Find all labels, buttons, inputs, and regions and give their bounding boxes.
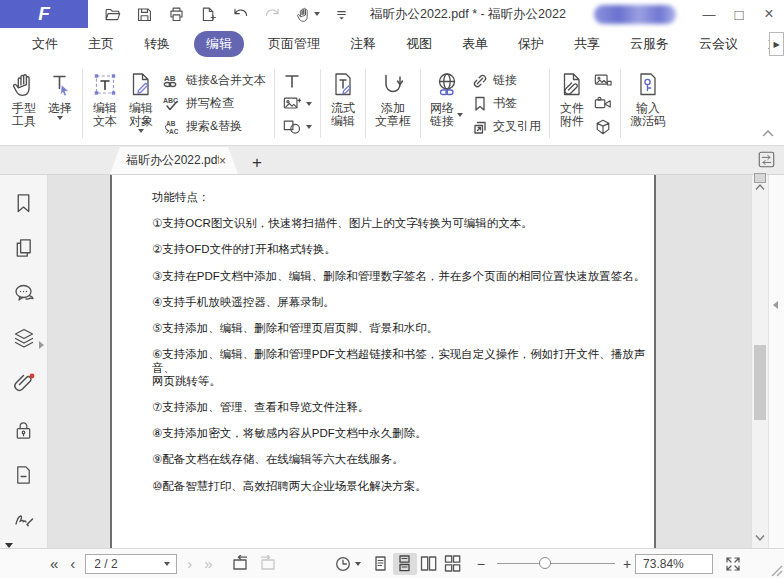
fullscreen-button[interactable] bbox=[725, 556, 741, 572]
title-bar: F 福昕办公2022.pdf * - 福昕办公2022 — □ × bbox=[0, 0, 784, 28]
hand-tool-button[interactable]: 手型 工具 bbox=[6, 67, 42, 140]
open-file-icon[interactable] bbox=[104, 6, 121, 23]
panel-toggle-icon[interactable] bbox=[758, 151, 775, 168]
add-image-object-button[interactable] bbox=[594, 71, 612, 91]
continuous-facing-view-button[interactable] bbox=[441, 553, 465, 575]
document-viewport[interactable]: 功能特点： ①支持OCR图文识别，快速将扫描件、图片上的文字转换为可编辑的文本。… bbox=[48, 175, 751, 548]
next-page-button[interactable]: › bbox=[181, 556, 198, 571]
continuous-view-button[interactable] bbox=[393, 553, 417, 575]
add-3d-button[interactable] bbox=[594, 117, 612, 137]
signatures-panel-icon[interactable] bbox=[13, 509, 35, 531]
zoom-slider-thumb[interactable] bbox=[539, 557, 551, 569]
add-video-button[interactable] bbox=[594, 94, 612, 114]
svg-text:AB: AB bbox=[164, 74, 176, 83]
menu-cloud-service[interactable]: 云服务 bbox=[630, 35, 669, 53]
video-camera-icon bbox=[594, 96, 612, 111]
single-page-view-button[interactable] bbox=[369, 553, 393, 575]
zoom-out-button[interactable]: − bbox=[471, 557, 491, 571]
flow-edit-icon bbox=[330, 69, 356, 99]
menu-home[interactable]: 主页 bbox=[88, 35, 114, 53]
security-panel-icon[interactable] bbox=[13, 419, 34, 441]
undo-icon[interactable] bbox=[232, 6, 249, 23]
window-resize-grip[interactable] bbox=[771, 565, 783, 577]
scroll-up-icon[interactable] bbox=[755, 183, 765, 191]
previous-view-button[interactable] bbox=[231, 555, 250, 572]
new-tab-button[interactable]: + bbox=[252, 154, 262, 171]
bookmarks-panel-icon[interactable] bbox=[13, 192, 34, 214]
document-tab[interactable]: 福昕办公2022.pdf * × bbox=[110, 147, 238, 174]
pdf-page[interactable]: 功能特点： ①支持OCR图文识别，快速将扫描件、图片上的文字转换为可编辑的文本。… bbox=[110, 175, 656, 548]
add-article-box-button[interactable]: 添加 文章框 bbox=[370, 67, 416, 140]
facing-view-button[interactable] bbox=[417, 553, 441, 575]
scrollbar-thumb[interactable] bbox=[754, 345, 766, 420]
menu-share[interactable]: 共享 bbox=[574, 35, 600, 53]
menu-form[interactable]: 表单 bbox=[462, 35, 488, 53]
vertical-scrollbar[interactable] bbox=[751, 175, 768, 548]
menu-comment[interactable]: 注释 bbox=[350, 35, 376, 53]
doc-paragraph: ③支持在PDF文档中添加、编辑、删除和管理数字签名，并在多个页面的相同位置快速放… bbox=[152, 270, 652, 283]
menu-file[interactable]: 文件 bbox=[32, 35, 58, 53]
search-replace-button[interactable]: ABAC 搜索&替换 bbox=[163, 117, 266, 137]
destinations-panel-icon[interactable] bbox=[13, 464, 34, 486]
menu-convert[interactable]: 转换 bbox=[144, 35, 170, 53]
menu-overflow-button[interactable]: ▶ bbox=[769, 32, 784, 56]
page-number-input[interactable]: 2 / 2 bbox=[85, 554, 177, 574]
minimize-button[interactable]: — bbox=[694, 1, 724, 27]
attachments-panel-icon[interactable] bbox=[13, 372, 35, 396]
new-page-icon[interactable] bbox=[200, 6, 217, 23]
menu-protect[interactable]: 保护 bbox=[518, 35, 544, 53]
hand-mode-icon[interactable] bbox=[296, 6, 320, 23]
first-page-button[interactable]: « bbox=[44, 556, 64, 571]
maximize-button[interactable]: □ bbox=[724, 1, 754, 27]
bookmark-button[interactable]: 书签 bbox=[472, 94, 541, 114]
select-tool-button[interactable]: 选择 bbox=[42, 67, 78, 140]
divider bbox=[620, 69, 621, 138]
web-link-button[interactable]: 网络 链接 bbox=[425, 67, 468, 140]
file-attachment-button[interactable]: 文件 附件 bbox=[554, 67, 590, 140]
cross-reference-button[interactable]: 交叉引用 bbox=[472, 117, 541, 137]
customize-toolbar-icon[interactable] bbox=[335, 8, 348, 21]
file-attachment-icon bbox=[559, 69, 585, 99]
add-shapes-button[interactable] bbox=[283, 117, 312, 137]
collapse-ribbon-button[interactable] bbox=[762, 130, 774, 137]
scroll-down-icon[interactable] bbox=[755, 534, 765, 542]
tab-close-icon[interactable]: × bbox=[219, 154, 226, 168]
view-history-button[interactable] bbox=[335, 556, 361, 572]
layers-panel-icon[interactable] bbox=[13, 327, 35, 349]
doc-paragraph: ⑦支持添加、管理、查看和导览文件注释。 bbox=[152, 401, 652, 414]
add-image-icon bbox=[283, 96, 301, 111]
menu-cloud-meeting[interactable]: 云会议 bbox=[699, 35, 738, 53]
expand-right-panel-handle-icon[interactable] bbox=[773, 301, 778, 309]
add-image-button[interactable] bbox=[283, 94, 312, 114]
link-merge-text-button[interactable]: AB 链接&合并文本 bbox=[163, 71, 266, 91]
doc-paragraph: ④支持手机放映遥控器、屏幕录制。 bbox=[152, 296, 652, 309]
next-view-button[interactable] bbox=[258, 555, 277, 572]
edit-object-button[interactable]: 编辑 对象 bbox=[123, 67, 159, 140]
flow-edit-button[interactable]: 流式 编辑 bbox=[325, 67, 361, 140]
prev-page-button[interactable]: ‹ bbox=[64, 556, 81, 571]
comments-panel-icon[interactable] bbox=[13, 282, 35, 304]
print-icon[interactable] bbox=[168, 6, 185, 23]
redo-icon[interactable] bbox=[264, 6, 281, 23]
enter-activation-code-button[interactable]: 输入 激活码 bbox=[625, 67, 671, 140]
spell-check-button[interactable]: ABC 拼写检查 bbox=[163, 94, 266, 114]
save-icon[interactable] bbox=[136, 6, 153, 23]
pages-panel-icon[interactable] bbox=[13, 237, 34, 259]
media-stack bbox=[590, 67, 616, 140]
menu-edit[interactable]: 编辑 bbox=[194, 31, 244, 57]
expand-panel-handle-icon[interactable] bbox=[39, 341, 44, 349]
link-button[interactable]: 链接 bbox=[472, 71, 541, 91]
last-page-button[interactable]: » bbox=[198, 556, 218, 571]
app-logo[interactable]: F bbox=[0, 0, 88, 28]
zoom-level-input[interactable]: 73.84% bbox=[635, 554, 713, 574]
menu-view[interactable]: 视图 bbox=[406, 35, 432, 53]
close-button[interactable]: × bbox=[754, 1, 784, 27]
zoom-in-button[interactable]: + bbox=[621, 557, 633, 571]
zoom-slider[interactable] bbox=[497, 557, 615, 570]
menu-page-management[interactable]: 页面管理 bbox=[268, 35, 320, 53]
edit-text-button[interactable]: 编辑 文本 bbox=[87, 67, 123, 140]
spell-check-icon: ABC bbox=[163, 96, 181, 111]
add-text-button[interactable] bbox=[283, 71, 312, 91]
user-account-blurred[interactable] bbox=[594, 5, 676, 24]
doc-paragraph: ⑧支持添加密文，将敏感内容从PDF文档中永久删除。 bbox=[152, 427, 652, 440]
